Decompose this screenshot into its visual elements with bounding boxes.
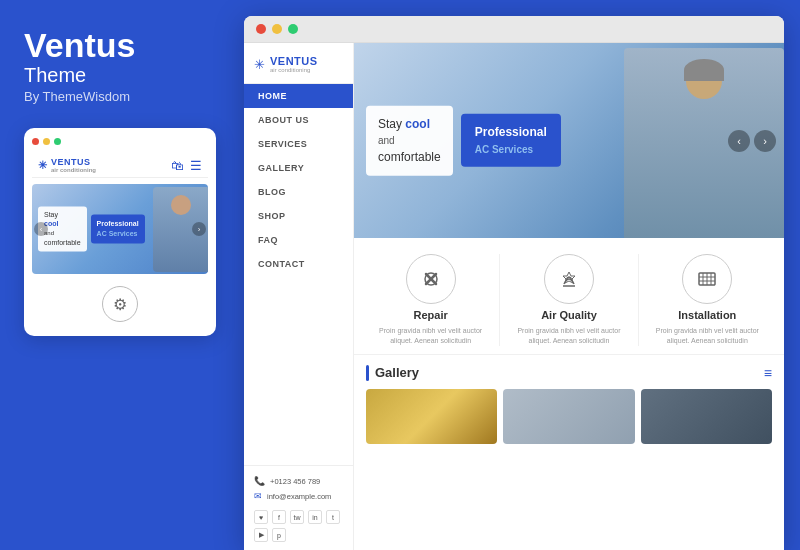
hero-person-hair [684,59,724,81]
mobile-comfortable-text: comfortable [44,239,81,246]
repair-desc: Proin gravida nibh vel velit auctor aliq… [370,326,491,346]
mobile-repair-section: ⚙ [32,282,208,322]
nav-item-about[interactable]: ABOUT US [244,108,353,132]
gallery-thumb-2 [503,389,634,444]
mobile-stay-text: Stay [44,211,58,218]
social-facebook-icon[interactable]: f [272,510,286,524]
dot-green [54,138,61,145]
mobile-hero: Stay cool and comfortable Professional A… [32,184,208,274]
gallery-section: Gallery ≡ [354,355,784,550]
site-hero: Stay cool and comfortable Professional A… [354,43,784,238]
nav-item-blog[interactable]: BLOG [244,180,353,204]
hero-cool-text: cool [405,116,430,130]
social-heart-icon[interactable]: ♥ [254,510,268,524]
gallery-grid [366,389,772,444]
site-nav: HOME ABOUT US SERVICES GALLERY BLOG SHOP… [244,84,353,276]
service-air-quality: Air Quality Proin gravida nibh vel velit… [499,254,637,346]
browser-dot-red [256,24,266,34]
gallery-thumb-3 [641,389,772,444]
site-logo-tagline: air conditioning [270,67,318,73]
nav-item-shop[interactable]: SHOP [244,204,353,228]
nav-item-contact[interactable]: CONTACT [244,252,353,276]
hero-ac-text: AC Services [475,143,533,154]
installation-icon-ring [682,254,732,304]
dot-red [32,138,39,145]
hero-stay-text: Stay [378,116,405,130]
hero-pro-text: Professional [475,125,547,139]
mobile-ac-text: AC Services [97,230,138,237]
mobile-nav-bar: ✳ VENTUS air conditioning 🛍 ☰ [32,153,208,178]
mobile-hero-overlay: Stay cool and comfortable Professional A… [38,206,145,251]
services-row: Repair Proin gravida nibh vel velit auct… [354,238,784,355]
nav-item-home[interactable]: HOME [244,84,353,108]
air-quality-desc: Proin gravida nibh vel velit auctor aliq… [508,326,629,346]
site-logo-star-icon: ✳ [254,57,265,72]
air-quality-name: Air Quality [541,309,597,321]
social-icons-row: ♥ f tw in t ▶ p [254,510,343,542]
social-linkedin-icon[interactable]: in [308,510,322,524]
service-repair: Repair Proin gravida nibh vel velit auct… [362,254,499,346]
mobile-preview-card: ✳ VENTUS air conditioning 🛍 ☰ Stay cool [24,128,216,336]
mobile-pro-box: Professional AC Services [91,215,145,243]
hero-text-overlay: Stay cool and comfortable Professional A… [366,105,561,175]
dot-yellow [43,138,50,145]
site-email: ✉ info@example.com [254,491,343,501]
social-youtube-icon[interactable]: ▶ [254,528,268,542]
brand-subtitle: Theme [24,64,216,87]
nav-item-gallery[interactable]: GALLERY [244,156,353,180]
social-tumblr-icon[interactable]: t [326,510,340,524]
social-pinterest-icon[interactable]: p [272,528,286,542]
email-icon: ✉ [254,491,262,501]
mobile-pro-text: Professional [97,221,139,228]
browser-dot-green [288,24,298,34]
repair-icon-ring [406,254,456,304]
nav-item-faq[interactable]: FAQ [244,228,353,252]
site-main-content: Stay cool and comfortable Professional A… [354,43,784,550]
gallery-thumb-1 [366,389,497,444]
gallery-menu-icon[interactable]: ≡ [764,365,772,381]
gallery-header: Gallery ≡ [366,365,772,381]
repair-icon: ⚙ [102,286,138,322]
mobile-logo: ✳ VENTUS air conditioning [38,157,96,173]
repair-name: Repair [414,309,448,321]
site-logo-text: VENTUS air conditioning [270,55,318,73]
service-installation: Installation Proin gravida nibh vel veli… [638,254,776,346]
mobile-bag-icon: 🛍 [171,158,184,173]
phone-icon: 📞 [254,476,265,486]
gallery-title-wrap: Gallery [366,365,419,381]
hero-prev-button[interactable]: ‹ [728,130,750,152]
hero-and-text: and [378,135,395,146]
mobile-nav-icons: 🛍 ☰ [171,158,202,173]
mobile-logo-tagline: air conditioning [51,167,96,173]
mobile-menu-icon[interactable]: ☰ [190,158,202,173]
professional-box: Professional AC Services [461,114,561,168]
hero-arrows: ‹ › [728,130,776,152]
brand-title: Ventus [24,28,216,62]
mobile-next-button[interactable]: › [192,222,206,236]
site-contact-block: 📞 +0123 456 789 ✉ info@example.com ♥ f t… [244,465,353,550]
hero-comfortable-text: comfortable [378,150,441,164]
site-phone: 📞 +0123 456 789 [254,476,343,486]
brand-block: Ventus Theme By ThemeWisdom [24,28,216,104]
hero-next-button[interactable]: › [754,130,776,152]
installation-name: Installation [678,309,736,321]
social-twitter-icon[interactable]: tw [290,510,304,524]
mobile-window-dots [32,138,208,145]
left-panel: Ventus Theme By ThemeWisdom ✳ VENTUS air… [0,0,240,550]
nav-item-services[interactable]: SERVICES [244,132,353,156]
site-logo-name: VENTUS [270,55,318,67]
brand-by: By ThemeWisdom [24,89,216,104]
mobile-prev-button[interactable]: ‹ [34,222,48,236]
air-quality-icon-ring [544,254,594,304]
installation-desc: Proin gravida nibh vel velit auctor aliq… [647,326,768,346]
mobile-logo-star-icon: ✳ [38,159,47,172]
browser-titlebar [244,16,784,43]
site-logo-area: ✳ VENTUS air conditioning [244,43,353,84]
browser-body: ✳ VENTUS air conditioning HOME ABOUT US … [244,43,784,550]
mobile-logo-text: VENTUS [51,157,96,167]
gallery-title: Gallery [375,365,419,380]
gallery-accent-bar [366,365,369,381]
phone-number: +0123 456 789 [270,477,320,486]
site-sidebar: ✳ VENTUS air conditioning HOME ABOUT US … [244,43,354,550]
stay-cool-box: Stay cool and comfortable [366,105,453,175]
